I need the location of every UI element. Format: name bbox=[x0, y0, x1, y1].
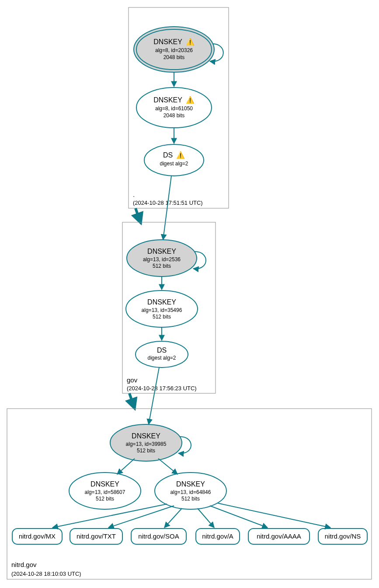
record-mx: nitrd.gov/MX bbox=[12, 528, 62, 544]
edge-nitrd-ksk-zska bbox=[117, 458, 135, 474]
gov-zsk-alg: alg=13, id=35496 bbox=[142, 307, 182, 313]
gov-zsk-bits: 512 bits bbox=[153, 314, 171, 320]
nitrd-ksk-title: DNSKEY bbox=[132, 432, 160, 440]
nitrd-zskb-bits: 512 bits bbox=[181, 496, 200, 502]
record-a: nitrd.gov/A bbox=[196, 528, 240, 544]
warning-icon: ⚠️ bbox=[186, 96, 195, 104]
gov-ds-title: DS bbox=[157, 346, 167, 354]
edge-root-ds-to-gov-ksk bbox=[163, 176, 171, 240]
record-mx-label: nitrd.gov/MX bbox=[19, 532, 56, 540]
nitrd-zska-alg: alg=13, id=58607 bbox=[85, 489, 125, 495]
svg-text:DS
      ⚠️: DS ⚠️ bbox=[163, 151, 185, 159]
root-zsk-title: DNSKEY bbox=[153, 96, 182, 104]
node-root-ksk: DNSKEY ⚠️ alg=8, id=20326 2048 bits bbox=[134, 27, 214, 72]
record-ns: nitrd.gov/NS bbox=[318, 528, 367, 544]
root-zsk-alg: alg=8, id=61050 bbox=[155, 105, 193, 112]
record-aaaa: nitrd.gov/AAAA bbox=[248, 528, 309, 544]
root-ksk-alg: alg=8, id=20326 bbox=[155, 47, 193, 53]
record-ns-label: nitrd.gov/NS bbox=[325, 532, 361, 540]
zone-nitrd-name: nitrd.gov bbox=[11, 561, 37, 568]
edge-nitrd-ksk-zskb bbox=[158, 458, 177, 474]
zone-root-name: . bbox=[133, 191, 135, 198]
edge-gov-to-nitrd-delegation bbox=[129, 393, 134, 406]
record-soa-label: nitrd.gov/SOA bbox=[138, 532, 179, 540]
edge-zskb-a bbox=[198, 508, 214, 528]
node-gov-ksk: DNSKEY alg=13, id=2536 512 bits bbox=[127, 240, 197, 276]
node-nitrd-ksk: DNSKEY alg=13, id=39985 512 bits bbox=[110, 424, 182, 461]
warning-icon: ⚠️ bbox=[186, 38, 195, 46]
node-nitrd-zsk-a: DNSKEY alg=13, id=58607 512 bits bbox=[69, 472, 141, 509]
record-txt-label: nitrd.gov/TXT bbox=[76, 532, 116, 540]
node-root-zsk: DNSKEY ⚠️ alg=8, id=61050 2048 bits bbox=[136, 88, 212, 128]
dnssec-chain-diagram: . (2024-10-28 17:51:51 UTC) DNSKEY ⚠️ al… bbox=[0, 0, 379, 588]
node-gov-zsk: DNSKEY alg=13, id=35496 512 bits bbox=[126, 290, 198, 327]
nitrd-ksk-bits: 512 bits bbox=[137, 448, 155, 454]
svg-text:DNSKEY
      ⚠️: DNSKEY ⚠️ bbox=[153, 38, 195, 46]
nitrd-zska-bits: 512 bits bbox=[96, 496, 114, 502]
zone-nitrd-timestamp: (2024-10-28 18:10:03 UTC) bbox=[11, 570, 81, 577]
zone-gov-timestamp: (2024-10-28 17:56:23 UTC) bbox=[127, 385, 197, 392]
node-gov-ds: DS digest alg=2 bbox=[136, 341, 188, 368]
record-aaaa-label: nitrd.gov/AAAA bbox=[257, 532, 301, 540]
gov-ksk-alg: alg=13, id=2536 bbox=[143, 256, 181, 262]
edge-zskb-soa bbox=[164, 508, 182, 528]
root-ksk-bits: 2048 bits bbox=[163, 54, 185, 60]
zone-gov-name: gov bbox=[127, 376, 138, 384]
warning-icon: ⚠️ bbox=[176, 151, 185, 159]
edge-gov-ds-to-nitrd-ksk bbox=[149, 368, 159, 424]
node-root-ds: DS ⚠️ digest alg=2 bbox=[144, 144, 204, 176]
svg-text:DNSKEY
      ⚠️: DNSKEY ⚠️ bbox=[153, 96, 195, 104]
gov-zsk-title: DNSKEY bbox=[147, 298, 176, 306]
edge-zskb-aaaa bbox=[210, 506, 268, 528]
edge-root-to-gov-delegation bbox=[136, 208, 140, 220]
node-nitrd-zsk-b: DNSKEY alg=13, id=64846 512 bits bbox=[155, 472, 226, 509]
nitrd-ksk-alg: alg=13, id=39985 bbox=[126, 441, 167, 447]
root-ksk-title: DNSKEY bbox=[153, 38, 182, 46]
root-ds-title: DS bbox=[163, 151, 173, 159]
root-ds-digest: digest alg=2 bbox=[160, 161, 188, 167]
nitrd-zskb-title: DNSKEY bbox=[176, 480, 205, 488]
svg-point-9 bbox=[136, 341, 188, 368]
svg-point-5 bbox=[144, 144, 204, 176]
nitrd-zskb-alg: alg=13, id=64846 bbox=[170, 489, 211, 495]
nitrd-zska-title: DNSKEY bbox=[90, 480, 119, 488]
gov-ksk-title: DNSKEY bbox=[147, 248, 176, 255]
gov-ksk-bits: 512 bits bbox=[153, 263, 171, 269]
gov-ds-digest: digest alg=2 bbox=[147, 355, 176, 361]
record-txt: nitrd.gov/TXT bbox=[70, 528, 122, 544]
record-a-label: nitrd.gov/A bbox=[202, 532, 233, 540]
root-zsk-bits: 2048 bits bbox=[163, 112, 185, 119]
record-soa: nitrd.gov/SOA bbox=[131, 528, 186, 544]
